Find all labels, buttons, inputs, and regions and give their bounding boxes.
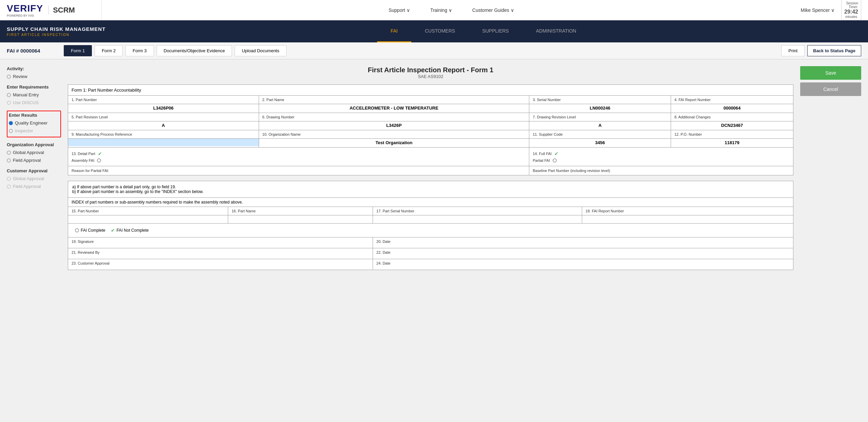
fai-not-complete-label: FAI Not Complete bbox=[117, 228, 149, 233]
sidebar-inspector[interactable]: Inspector bbox=[9, 128, 59, 134]
customer-guides-link[interactable]: Customer Guides ∨ bbox=[472, 7, 514, 13]
col-15-value[interactable] bbox=[68, 215, 228, 224]
col-17-value[interactable] bbox=[373, 215, 582, 224]
detail-part-row: 13. Detail Part ✔ bbox=[72, 151, 526, 156]
radio-manual-icon bbox=[7, 93, 11, 97]
back-to-status-button[interactable]: Back to Status Page bbox=[807, 45, 861, 56]
col-16-value[interactable] bbox=[228, 215, 373, 224]
full-fai-check: ✔ bbox=[554, 151, 558, 156]
sidebar-section-results: Enter Results Quality Engineer Inspector bbox=[7, 111, 61, 137]
partial-fai-radio[interactable] bbox=[553, 158, 557, 162]
tab-form3[interactable]: Form 3 bbox=[125, 45, 154, 56]
nav-administration[interactable]: ADMINISTRATION bbox=[522, 20, 590, 42]
logo-area: VERIFY POWERED BY IVIS SCRM bbox=[7, 0, 102, 20]
sidebar-global-approval[interactable]: Global Approval bbox=[7, 149, 61, 156]
logo-scrm: SCRM bbox=[48, 6, 75, 15]
radio-field-icon bbox=[7, 158, 11, 162]
secondary-nav: SUPPLY CHAIN RISK MANAGEMENT FIRST ARTIC… bbox=[0, 20, 868, 42]
col-17-header: 17. Part Serial Number bbox=[373, 207, 582, 215]
detail-part-check: ✔ bbox=[98, 151, 102, 156]
reviewed-date-label: 22. Date bbox=[373, 248, 793, 259]
save-button[interactable]: Save bbox=[800, 66, 861, 80]
detail-part-label: 13. Detail Part bbox=[72, 152, 95, 156]
tab-form2[interactable]: Form 2 bbox=[95, 45, 123, 56]
tab-upload[interactable]: Upload Documents bbox=[235, 45, 287, 56]
baseline-label: Baseline Part Number (including revision… bbox=[533, 169, 610, 173]
field-org-name-value: Test Organization bbox=[259, 139, 529, 148]
reviewed-label: 21. Reviewed By bbox=[68, 248, 373, 259]
sidebar-field-approval[interactable]: Field Approval bbox=[7, 157, 61, 164]
tab-bar: FAI # 0000064 Form 1 Form 2 Form 3 Docum… bbox=[0, 42, 868, 59]
cancel-button[interactable]: Cancel bbox=[800, 82, 861, 96]
tab-form1[interactable]: Form 1 bbox=[64, 45, 92, 56]
field-drawing-number-value: L3426P bbox=[259, 121, 529, 130]
radio-cust-field-icon bbox=[7, 185, 11, 189]
sidebar-quality-engineer[interactable]: Quality Engineer bbox=[9, 120, 59, 126]
customer-approval-title: Customer Approval bbox=[7, 168, 61, 173]
fai-complete-radio[interactable] bbox=[75, 228, 79, 232]
baseline-part-number-cell: Baseline Part Number (including revision… bbox=[529, 166, 793, 175]
sidebar-cust-field[interactable]: Field Approval bbox=[7, 183, 61, 190]
org-approval-title: Organization Approval bbox=[7, 142, 61, 147]
mfg-ref-input[interactable] bbox=[68, 139, 259, 146]
cust-global-label: Global Approval bbox=[13, 176, 44, 181]
assembly-fai-radio[interactable] bbox=[97, 158, 101, 162]
radio-qe-icon bbox=[9, 121, 13, 125]
user-menu[interactable]: Mike Spencer ∨ bbox=[801, 7, 834, 13]
col-15-header: 15. Part Number bbox=[68, 207, 228, 215]
field-fai-report-label: 4. FAI Report Number bbox=[671, 96, 793, 104]
field-approval-label: Field Approval bbox=[13, 158, 41, 163]
sidebar-use-discus[interactable]: Use DISCUS bbox=[7, 99, 61, 106]
field-org-name-label: 10. Organization Name bbox=[259, 130, 529, 139]
right-actions: Save Cancel bbox=[800, 66, 861, 275]
field-part-number-label: 1. Part Number bbox=[68, 96, 259, 104]
field-drawing-number-label: 6. Drawing Number bbox=[259, 113, 529, 121]
top-nav: VERIFY POWERED BY IVIS SCRM Support ∨ Tr… bbox=[0, 0, 868, 20]
quality-engineer-label: Quality Engineer bbox=[15, 120, 47, 126]
col-16-header: 16. Part Name bbox=[228, 207, 373, 215]
nav-customers[interactable]: CUSTOMERS bbox=[411, 20, 469, 42]
field-additional-changes-label: 8. Additional Changes bbox=[671, 113, 793, 121]
partial-fai-label: Partial FAI bbox=[533, 158, 550, 162]
field-mfg-ref-value[interactable] bbox=[68, 139, 259, 148]
customer-approval-date-label: 24. Date bbox=[373, 259, 793, 270]
form-table-2: a) If above part number is a detail part… bbox=[68, 181, 793, 270]
partial-fai-row: Partial FAI bbox=[533, 158, 790, 162]
field-po-number-label: 12. P.O. Number bbox=[671, 130, 793, 139]
review-label: Review bbox=[13, 74, 27, 79]
field-part-name-label: 2. Part Name bbox=[259, 96, 529, 104]
print-button[interactable]: Print bbox=[781, 45, 805, 56]
form-header: First Article Inspection Report - Form 1… bbox=[68, 66, 793, 79]
assembly-fai-label: Assembly FAI bbox=[72, 158, 94, 162]
support-link[interactable]: Support ∨ bbox=[389, 7, 410, 13]
training-link[interactable]: Training ∨ bbox=[430, 7, 452, 13]
col-18-value[interactable] bbox=[582, 215, 793, 224]
sidebar: Activity: Review Enter Requirements Manu… bbox=[7, 66, 61, 275]
fai-complete-row: FAI Complete ✔ FAI Not Complete bbox=[68, 224, 793, 237]
sidebar-cust-global[interactable]: Global Approval bbox=[7, 175, 61, 182]
field-po-number-value: 118179 bbox=[671, 139, 793, 148]
session-timer: Session Timer: 29:42 minutes bbox=[841, 0, 861, 20]
nav-fai[interactable]: FAI bbox=[377, 20, 411, 42]
radio-global-icon bbox=[7, 151, 11, 155]
customer-approval-label: 23. Customer Approval bbox=[68, 259, 373, 270]
form-subtitle: SAE AS9102 bbox=[68, 74, 793, 79]
index-line: INDEX of part numbers or sub-assembly nu… bbox=[68, 198, 793, 207]
field-serial-number-value: LN000246 bbox=[529, 104, 671, 113]
sidebar-review[interactable]: Review bbox=[7, 73, 61, 80]
sidebar-section-activity: Activity: Review bbox=[7, 66, 61, 80]
secondary-nav-items: FAI CUSTOMERS SUPPLIERS ADMINISTRATION bbox=[105, 20, 861, 42]
results-title: Enter Results bbox=[9, 113, 59, 118]
full-fai-area: 14. Full FAI ✔ Partial FAI bbox=[529, 148, 793, 166]
discus-label: Use DISCUS bbox=[13, 100, 39, 105]
field-drawing-rev-label: 7. Drawing Revision Level bbox=[529, 113, 671, 121]
nav-suppliers[interactable]: SUPPLIERS bbox=[469, 20, 522, 42]
sidebar-manual-entry[interactable]: Manual Entry bbox=[7, 92, 61, 98]
tab-documents[interactable]: Documents/Objective Evidence bbox=[157, 45, 232, 56]
inspector-label: Inspector bbox=[15, 128, 33, 133]
radio-review-icon bbox=[7, 75, 11, 79]
cust-field-label: Field Approval bbox=[13, 184, 41, 189]
logo-verify: VERIFY POWERED BY IVIS bbox=[7, 3, 43, 17]
date-label: 20. Date bbox=[373, 237, 793, 248]
detail-part-area: 13. Detail Part ✔ Assembly FAI bbox=[68, 148, 529, 166]
